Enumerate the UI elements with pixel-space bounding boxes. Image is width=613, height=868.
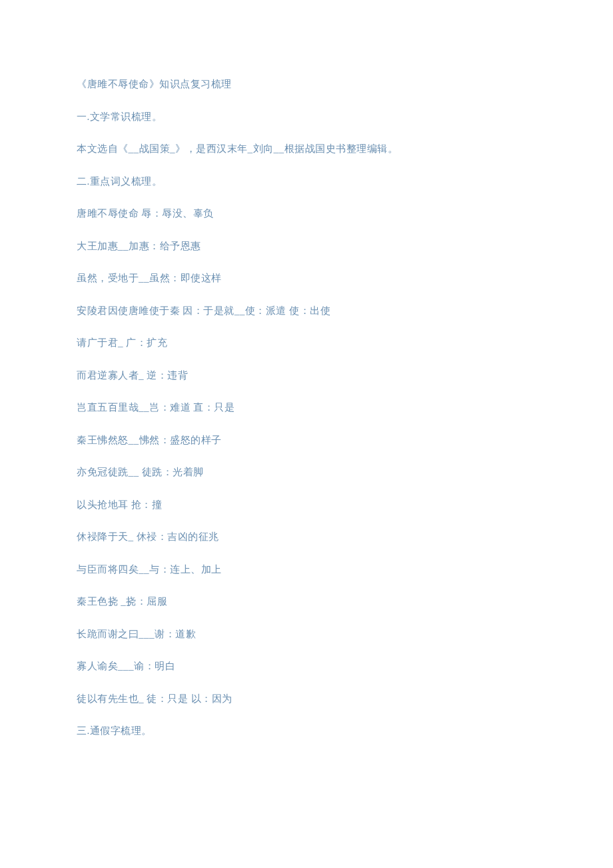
body-line: 秦王色挠 _挠：屈服 [77, 594, 536, 609]
doc-title: 《唐雎不辱使命》知识点复习梳理 [77, 77, 536, 92]
body-line: 长跪而谢之曰___谢：道歉 [77, 627, 536, 642]
body-line: 虽然，受地于__虽然：即使这样 [77, 271, 536, 286]
body-line: 唐雎不辱使命 辱：辱没、辜负 [77, 206, 536, 221]
body-line: 休祲降于天_ 休祲：吉凶的征兆 [77, 529, 536, 545]
body-line: 安陵君因使唐雎使于秦 因：于是就__使：派遣 使：出使 [77, 303, 536, 319]
body-line: 以头抢地耳 抢：撞 [77, 497, 536, 513]
body-line: 徒以有先生也_ 徒：只是 以：因为 [77, 691, 536, 707]
body-line: 岂直五百里哉__岂：难道 直：只是 [77, 400, 536, 415]
body-line: 与臣而将四矣__与：连上、加上 [77, 562, 536, 577]
section-heading: 三.通假字梳理。 [77, 723, 536, 739]
body-line: 大王加惠__加惠：给予恩惠 [77, 239, 536, 254]
section-heading: 一.文学常识梳理。 [77, 109, 536, 125]
body-line: 秦王怫然怒__怫然：盛怒的样子 [77, 433, 536, 448]
body-line: 本文选自《__战国策_》，是西汉末年_刘向__根据战国史书整理编辑。 [77, 141, 536, 157]
body-line: 而君逆寡人者_ 逆：违背 [77, 368, 536, 383]
body-line: 寡人谕矣___谕：明白 [77, 659, 536, 674]
body-line: 请广于君_ 广：扩充 [77, 335, 536, 351]
body-line: 亦免冠徒跣__ 徒跣：光着脚 [77, 465, 536, 480]
section-heading: 二.重点词义梳理。 [77, 174, 536, 189]
